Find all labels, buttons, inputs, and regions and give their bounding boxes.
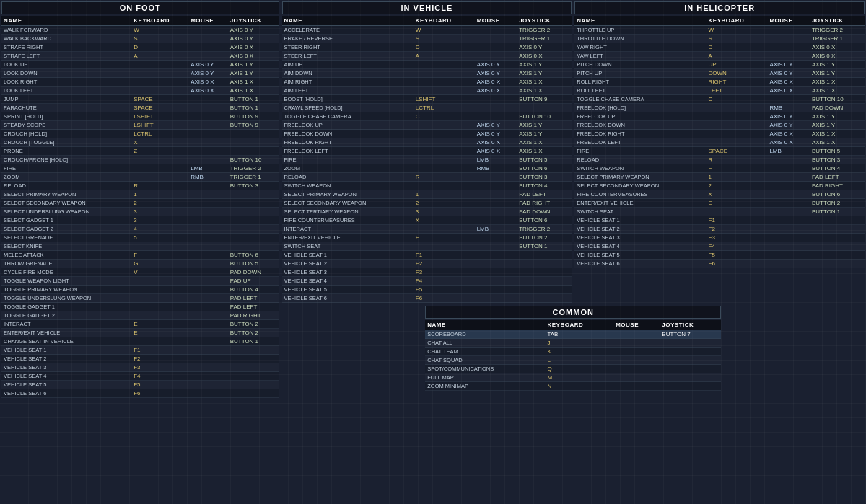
action-name: STEER LEFT bbox=[282, 52, 414, 61]
action-name: CROUCH [TOGGLE] bbox=[1, 138, 131, 147]
right-sections: IN VEHICLE NAME KEYBOARD MOUSE JOYSTICK … bbox=[282, 1, 865, 398]
mouse-binding bbox=[188, 355, 228, 363]
joystick-binding: BUTTON 1 bbox=[517, 242, 572, 251]
table-row: FREELOOK DOWNAXIS 0 YAXIS 1 Y bbox=[574, 121, 865, 130]
mouse-binding bbox=[188, 389, 228, 398]
action-name: VEHICLE SEAT 1 bbox=[1, 346, 131, 355]
table-row: FIRE COUNTERMEASURESXBUTTON 6 bbox=[574, 190, 865, 199]
table-row: ZOOM MINIMAPN bbox=[425, 382, 721, 391]
joystick-binding: AXIS 1 X bbox=[810, 78, 865, 87]
table-row: ENTER/EXIT VEHICLEEBUTTON 2 bbox=[1, 329, 279, 337]
action-name: VEHICLE SEAT 6 bbox=[1, 389, 131, 398]
keyboard-binding: N bbox=[545, 382, 613, 391]
joystick-binding bbox=[228, 190, 279, 199]
keyboard-binding: F2 bbox=[707, 225, 768, 234]
joystick-binding bbox=[517, 277, 572, 286]
on-foot-title: ON FOOT bbox=[1, 1, 279, 14]
on-foot-body: WALK FORWARDWAXIS 0 YWALK BACKWARDSAXIS … bbox=[1, 26, 279, 398]
helicopter-col-mouse: MOUSE bbox=[767, 16, 810, 26]
action-name: SELECT KNIFE bbox=[1, 242, 131, 251]
mouse-binding: AXIS 0 Y bbox=[188, 69, 228, 78]
mouse-binding bbox=[475, 294, 517, 303]
keyboard-binding: D bbox=[707, 43, 768, 52]
mouse-binding bbox=[188, 363, 228, 372]
joystick-binding bbox=[517, 104, 572, 112]
joystick-binding: PAD RIGHT bbox=[810, 182, 865, 190]
table-row: CHAT ALLJ bbox=[425, 339, 721, 348]
mouse-binding bbox=[475, 35, 517, 43]
joystick-binding bbox=[517, 268, 572, 277]
action-name: VEHICLE SEAT 5 bbox=[282, 286, 414, 294]
joystick-binding: PAD LEFT bbox=[228, 294, 279, 303]
vehicle-col-keyboard: KEYBOARD bbox=[414, 16, 475, 26]
action-name: RELOAD bbox=[574, 156, 706, 164]
action-name: VEHICLE SEAT 3 bbox=[574, 234, 706, 242]
keyboard-binding: M bbox=[545, 373, 613, 382]
table-row: TOGGLE CHASE CAMERACBUTTON 10 bbox=[282, 112, 572, 121]
joystick-binding: AXIS 1 X bbox=[517, 138, 572, 147]
action-name: VEHICLE SEAT 1 bbox=[282, 251, 414, 260]
table-row: CROUCH [HOLD]LCTRL bbox=[1, 130, 279, 138]
action-name: FREELOOK UP bbox=[574, 112, 706, 121]
keyboard-binding: F3 bbox=[131, 363, 188, 372]
joystick-binding: PAD DOWN bbox=[228, 268, 279, 277]
joystick-binding: PAD DOWN bbox=[810, 104, 865, 112]
keyboard-binding: C bbox=[707, 95, 768, 104]
mouse-binding bbox=[188, 190, 228, 199]
joystick-binding bbox=[517, 251, 572, 260]
table-row: FREELOOK UPAXIS 0 YAXIS 1 Y bbox=[282, 121, 572, 130]
joystick-binding: BUTTON 5 bbox=[810, 147, 865, 156]
joystick-binding bbox=[660, 382, 721, 391]
vehicle-col-joystick: JOYSTICK bbox=[517, 16, 572, 26]
action-name: VEHICLE SEAT 4 bbox=[1, 372, 131, 381]
table-row: VEHICLE SEAT 3F3 bbox=[574, 234, 865, 242]
joystick-binding: PAD RIGHT bbox=[228, 311, 279, 320]
mouse-binding bbox=[188, 138, 228, 147]
action-name: CHANGE SEAT IN VEHICLE bbox=[1, 337, 131, 346]
common-section: COMMON NAME KEYBOARD MOUSE JOYSTICK SCOR… bbox=[425, 306, 721, 391]
keyboard-binding: S bbox=[414, 35, 475, 43]
table-row: VEHICLE SEAT 4F4 bbox=[574, 242, 865, 251]
table-row: SELECT SECONDARY WEAPON2PAD RIGHT bbox=[282, 199, 572, 208]
on-foot-col-keyboard: KEYBOARD bbox=[131, 16, 188, 26]
table-row: VEHICLE SEAT 4F4 bbox=[1, 372, 279, 381]
joystick-binding: AXIS 0 X bbox=[810, 52, 865, 61]
joystick-binding: PAD LEFT bbox=[517, 190, 572, 199]
keyboard-binding: 2 bbox=[707, 182, 768, 190]
helicopter-col-joystick: JOYSTICK bbox=[810, 16, 865, 26]
keyboard-binding: A bbox=[707, 52, 768, 61]
table-row: SELECT TERTIARY WEAPON3PAD DOWN bbox=[282, 208, 572, 216]
action-name: FIRE bbox=[1, 164, 131, 173]
action-name: FREELOOK [HOLD] bbox=[574, 104, 706, 112]
keyboard-binding: F bbox=[131, 251, 188, 260]
table-row: FREELOOK [HOLD]RMBPAD DOWN bbox=[574, 104, 865, 112]
table-row: ENTER/EXIT VEHICLEEBUTTON 2 bbox=[574, 199, 865, 208]
mouse-binding bbox=[475, 234, 517, 242]
action-name: TOGGLE CHASE CAMERA bbox=[574, 95, 706, 104]
joystick-binding bbox=[810, 242, 865, 251]
mouse-binding bbox=[188, 381, 228, 389]
mouse-binding bbox=[475, 199, 517, 208]
mouse-binding bbox=[767, 260, 810, 268]
action-name: AIM UP bbox=[282, 61, 414, 69]
table-row: VEHICLE SEAT 2F2 bbox=[1, 355, 279, 363]
on-foot-table: NAME KEYBOARD MOUSE JOYSTICK WALK FORWAR… bbox=[1, 16, 279, 398]
joystick-binding bbox=[517, 294, 572, 303]
action-name: SWITCH WEAPON bbox=[574, 164, 706, 173]
keyboard-binding: V bbox=[131, 268, 188, 277]
table-row: VEHICLE SEAT 5F5 bbox=[282, 286, 572, 294]
table-row: VEHICLE SEAT 1F1 bbox=[282, 251, 572, 260]
table-row: SELECT GRENADE5 bbox=[1, 234, 279, 242]
action-name: CROUCH/PRONE [HOLO] bbox=[1, 156, 131, 164]
mouse-binding: RMB bbox=[767, 104, 810, 112]
keyboard-binding: LSHIFT bbox=[131, 121, 188, 130]
mouse-binding: AXIS 0 Y bbox=[188, 61, 228, 69]
mouse-binding bbox=[475, 104, 517, 112]
mouse-binding bbox=[475, 52, 517, 61]
table-row: SPRINT [HOLD]LSHIFTBUTTON 9 bbox=[1, 112, 279, 121]
action-name: SPOT/COMMUNICATIONS bbox=[425, 365, 545, 373]
table-row: FREELOOK DOWNAXIS 0 YAXIS 1 Y bbox=[282, 130, 572, 138]
bottom-right: COMMON NAME KEYBOARD MOUSE JOYSTICK SCOR… bbox=[282, 306, 865, 391]
table-row: VEHICLE SEAT 6F6 bbox=[282, 294, 572, 303]
table-row: VEHICLE SEAT 3F3 bbox=[1, 363, 279, 372]
